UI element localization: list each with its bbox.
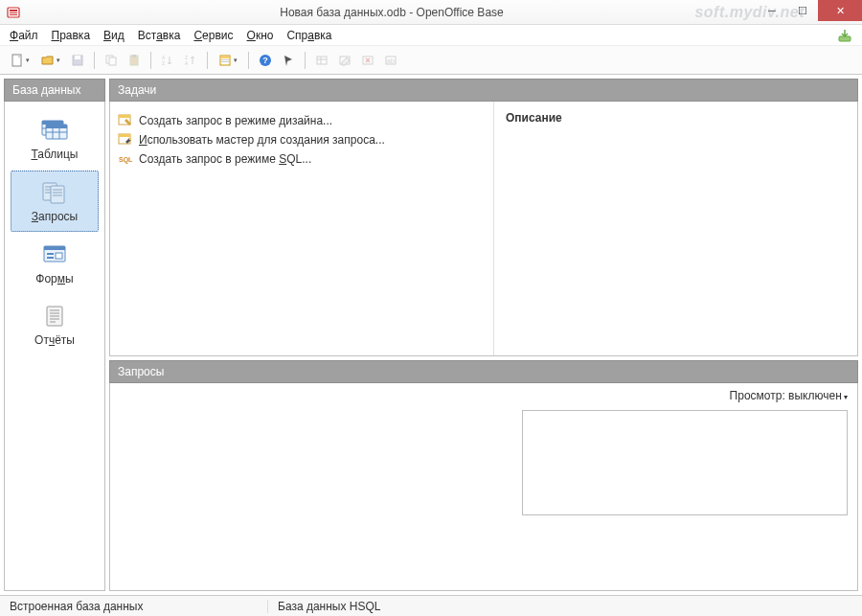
toolbar: AZ ZA ? ab	[0, 46, 862, 75]
maximize-button[interactable]: ☐	[787, 0, 818, 21]
sidebar: База данных Таблицы Запросы Формы	[4, 79, 105, 591]
svg-rect-51	[56, 253, 62, 259]
description-column: Описание	[493, 102, 857, 355]
svg-rect-22	[317, 57, 327, 64]
sidebar-label: Отчёты	[34, 333, 75, 347]
svg-rect-49	[47, 253, 54, 255]
table-new-button	[311, 50, 332, 71]
svg-rect-7	[75, 56, 80, 59]
svg-rect-59	[119, 115, 130, 118]
description-header: Описание	[506, 111, 846, 125]
toolbar-separator	[207, 52, 208, 69]
wizard-icon	[118, 132, 133, 148]
svg-text:A: A	[185, 60, 189, 66]
paste-button	[124, 50, 145, 71]
svg-rect-48	[44, 246, 65, 250]
task-create-design[interactable]: Создать запрос в режиме дизайна...	[118, 111, 486, 130]
forms-icon	[38, 241, 71, 268]
sidebar-label: Таблицы	[31, 148, 78, 161]
app-icon	[6, 5, 21, 20]
svg-rect-19	[221, 61, 229, 62]
tables-icon	[38, 117, 71, 144]
svg-rect-35	[46, 125, 67, 128]
toolbar-separator	[305, 52, 306, 69]
svg-text:Z: Z	[162, 60, 165, 66]
toolbar-separator	[248, 52, 249, 69]
sort-desc-button: ZA	[180, 50, 201, 71]
task-label: Создать запрос в режиме SQL...	[139, 152, 311, 166]
view-mode-dropdown[interactable]: Просмотр: выключен	[730, 389, 848, 402]
svg-rect-30	[42, 121, 63, 125]
sort-asc-button: AZ	[157, 50, 178, 71]
menu-insert[interactable]: Вставка	[132, 27, 187, 44]
preview-area	[110, 406, 857, 590]
table-edit-button	[334, 50, 355, 71]
open-button[interactable]	[36, 50, 65, 71]
sidebar-header: База данных	[4, 79, 105, 102]
whats-this-button[interactable]	[278, 50, 299, 71]
menu-help[interactable]: Справка	[281, 27, 337, 44]
design-icon	[118, 113, 133, 128]
window-controls: ─ ☐ ✕	[757, 0, 862, 24]
svg-rect-1	[10, 10, 17, 11]
form-button[interactable]	[214, 50, 242, 71]
minimize-button[interactable]: ─	[757, 0, 787, 21]
sidebar-label: Запросы	[32, 210, 78, 223]
close-button[interactable]: ✕	[818, 0, 862, 21]
menu-window[interactable]: Окно	[241, 27, 280, 44]
svg-rect-9	[109, 57, 116, 65]
main-area: База данных Таблицы Запросы Формы	[0, 75, 862, 595]
title-bar: Новая база данных.odb - OpenOffice Base …	[0, 0, 862, 25]
window-title: Новая база данных.odb - OpenOffice Base	[27, 6, 757, 19]
help-button[interactable]: ?	[255, 50, 276, 71]
svg-rect-43	[51, 186, 64, 203]
menu-bar: Файл Правка Вид Вставка Сервис Окно Спра…	[0, 25, 862, 46]
sql-icon: SQL	[118, 151, 133, 167]
queries-body: Просмотр: выключен	[109, 383, 858, 591]
status-db: База данных HSQL	[268, 600, 392, 613]
preview-box	[522, 410, 848, 515]
sidebar-body: Таблицы Запросы Формы Отчёты	[4, 102, 105, 591]
reports-icon	[38, 303, 71, 330]
menu-tools[interactable]: Сервис	[188, 27, 238, 44]
queries-icon	[38, 179, 71, 206]
svg-rect-2	[10, 12, 17, 13]
sidebar-item-forms[interactable]: Формы	[11, 234, 99, 293]
svg-rect-11	[132, 55, 136, 57]
svg-point-62	[129, 138, 132, 141]
queries-header: Запросы	[109, 360, 858, 383]
view-mode-row: Просмотр: выключен	[110, 383, 857, 406]
svg-rect-17	[221, 57, 229, 58]
task-use-wizard[interactable]: Использовать мастер для создания запроса…	[118, 130, 486, 149]
table-rename-button: ab	[380, 50, 401, 71]
menu-file[interactable]: Файл	[4, 27, 44, 44]
tasks-header: Задачи	[109, 79, 858, 102]
status-left: Встроенная база данных	[0, 600, 268, 613]
svg-text:ab: ab	[387, 57, 395, 64]
table-delete-button	[357, 50, 378, 71]
sidebar-label: Формы	[35, 272, 73, 285]
task-list: Создать запрос в режиме дизайна... Испол…	[110, 102, 493, 355]
sidebar-item-reports[interactable]: Отчёты	[11, 295, 99, 354]
save-button	[67, 50, 88, 71]
toolbar-separator	[94, 52, 95, 69]
right-column: Задачи Создать запрос в режиме дизайна..…	[109, 79, 858, 591]
menu-edit[interactable]: Правка	[46, 27, 97, 44]
toolbar-separator	[150, 52, 151, 69]
copy-button	[101, 50, 122, 71]
svg-text:SQL: SQL	[119, 156, 133, 164]
svg-text:?: ?	[262, 56, 268, 65]
update-icon[interactable]	[837, 28, 852, 43]
tasks-panel: Задачи Создать запрос в режиме дизайна..…	[109, 79, 858, 356]
tasks-body: Создать запрос в режиме дизайна... Испол…	[109, 102, 858, 356]
menu-view[interactable]: Вид	[98, 27, 130, 44]
queries-panel: Запросы Просмотр: выключен	[109, 360, 858, 591]
svg-rect-18	[221, 59, 229, 60]
task-label: Создать запрос в режиме дизайна...	[139, 114, 332, 127]
task-create-sql[interactable]: SQL Создать запрос в режиме SQL...	[118, 149, 486, 169]
sidebar-item-tables[interactable]: Таблицы	[11, 109, 99, 169]
svg-rect-50	[47, 257, 54, 259]
sidebar-item-queries[interactable]: Запросы	[11, 171, 99, 232]
new-doc-button[interactable]	[6, 50, 34, 71]
task-label: Использовать мастер для создания запроса…	[139, 133, 385, 147]
